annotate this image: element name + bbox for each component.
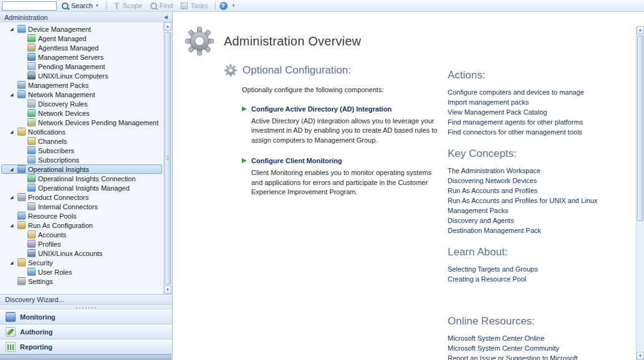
pane-splitter[interactable] [0, 305, 171, 310]
tree-expander-icon[interactable] [10, 27, 17, 32]
section-link[interactable]: Destination Management Pack [448, 225, 632, 235]
toolbar-separator [215, 2, 216, 10]
tree-item[interactable]: Subscribers [0, 146, 163, 155]
tree-item-label: Agent Managed [38, 35, 87, 42]
tree-expander-icon[interactable] [10, 130, 17, 135]
optional-config-link[interactable]: Configure Client Monitoring [251, 157, 342, 164]
toolbar-search-input[interactable] [2, 1, 57, 11]
section-link[interactable]: The Administration Workspace [448, 166, 632, 176]
green-arrow-icon [242, 158, 247, 163]
tree-item[interactable]: Agentless Managed [0, 43, 163, 52]
optional-configuration-section: Optional Configuration: Optionally confi… [224, 64, 440, 197]
tasks-button[interactable]: Tasks [178, 1, 211, 10]
tree-item[interactable]: UNIX/Linux Accounts [0, 249, 163, 258]
tree-expander-icon[interactable] [10, 260, 17, 265]
tree-expander-icon[interactable] [10, 92, 17, 97]
tree-expander-icon[interactable] [10, 195, 17, 200]
collapse-pane-icon[interactable] [164, 14, 168, 20]
section-link[interactable]: Microsoft System Center Community [448, 343, 632, 353]
tree-item[interactable]: Management Packs [0, 80, 163, 90]
tree-item[interactable]: User Roles [0, 267, 163, 277]
tree-item[interactable]: Operational Insights [1, 164, 162, 174]
scope-button[interactable]: Scope [110, 1, 145, 10]
tree-item[interactable]: Operational Insights Managed [0, 183, 163, 192]
section-link[interactable]: Report an Issue or Suggestion to Microso… [448, 353, 632, 360]
optional-config-gear-icon [224, 64, 237, 77]
tree-item[interactable]: Pending Management [0, 62, 163, 71]
tree-expander-icon[interactable] [10, 167, 17, 172]
tree-item[interactable]: Settings [0, 277, 163, 286]
section-link[interactable]: Discovering Network Devices [448, 176, 632, 186]
discovery-wizard-button[interactable]: Discovery Wizard... [0, 294, 171, 305]
tree-item[interactable]: Network Management [0, 90, 163, 99]
section-link[interactable]: Import management packs [448, 97, 632, 107]
scroll-down-button[interactable] [164, 286, 171, 294]
tree-item[interactable]: Network Devices Pending Management [0, 118, 163, 127]
section-link[interactable]: Find management agents for other platfor… [448, 117, 632, 127]
section-link[interactable]: View Management Pack Catalog [448, 107, 632, 117]
scroll-thumb[interactable] [637, 36, 643, 221]
tree-item[interactable]: Security [0, 258, 163, 267]
section-link[interactable]: Find connectors for other management too… [448, 127, 632, 137]
optional-config-link[interactable]: Configure Active Directory (AD) Integrat… [251, 105, 392, 113]
sidebar-title: Administration [4, 14, 48, 21]
monitoring-workspace-button[interactable]: Monitoring [0, 310, 171, 324]
top-toolbar: Search ▼ Scope Find Tasks ▼ [0, 0, 644, 12]
tree-item[interactable]: Subscriptions [0, 155, 163, 164]
tree-item[interactable]: Network Devices [0, 108, 163, 118]
tree-item[interactable]: Profiles [0, 239, 163, 249]
section-heading: Learn About: [448, 246, 632, 258]
authoring-workspace-button[interactable]: Authoring [0, 324, 171, 339]
tree-item[interactable]: Run As Configuration [0, 220, 163, 230]
scroll-thumb[interactable] [165, 32, 171, 285]
scroll-up-button[interactable] [164, 22, 171, 31]
link-section: Key Concepts: The Administration Workspa… [448, 148, 632, 235]
section-link[interactable]: Run As Accounts and Profiles [448, 186, 632, 196]
tree-item[interactable]: Agent Managed [0, 34, 163, 43]
section-link[interactable]: Microsoft System Center Online [448, 333, 632, 343]
search-button[interactable]: Search ▼ [59, 1, 102, 10]
admin-tree: Device Management Agent Managed Agentles… [0, 24, 163, 294]
tree-item-label: Network Management [28, 91, 95, 98]
toolbar-overflow-caret-icon[interactable]: ▼ [232, 4, 236, 7]
tree-item[interactable]: Management Servers [0, 52, 163, 62]
section-link[interactable]: Run As Accounts and Profiles for UNIX an… [448, 196, 632, 206]
tree-item[interactable]: UNIX/Linux Computers [0, 71, 163, 80]
workspace-overflow-strip[interactable] [0, 354, 171, 360]
find-button[interactable]: Find [147, 1, 176, 10]
tree-item[interactable]: Accounts [0, 230, 163, 239]
tree-item[interactable]: Product Connectors [0, 192, 163, 202]
section-link[interactable]: Selecting Targets and Groups [448, 264, 632, 274]
scroll-up-button[interactable] [637, 26, 644, 34]
tree-item-label: Agentless Managed [38, 44, 99, 52]
scroll-down-button[interactable] [637, 352, 644, 360]
section-link[interactable]: Creating a Resource Pool [448, 274, 632, 284]
main-scrollbar[interactable] [636, 26, 644, 360]
tree-item[interactable]: Resource Pools [0, 211, 163, 220]
tasks-icon [181, 2, 188, 9]
tree-item[interactable]: Internal Connectors [0, 202, 163, 211]
tree-scrollbar[interactable] [163, 22, 171, 294]
tree-item-icon [27, 100, 36, 108]
reporting-workspace-button[interactable]: Reporting [0, 339, 171, 354]
tree-item-label: Management Packs [28, 82, 89, 89]
tree-expander-icon[interactable] [10, 223, 17, 228]
search-dropdown-caret-icon[interactable]: ▼ [95, 4, 99, 7]
scroll-track[interactable] [164, 31, 171, 286]
tree-item[interactable]: Device Management [0, 24, 163, 34]
scroll-track[interactable] [637, 34, 644, 352]
tree-item[interactable]: Channels [0, 136, 163, 146]
section-heading: Key Concepts: [448, 148, 632, 160]
tree-item-icon [27, 72, 36, 80]
section-link[interactable]: Discovery and Agents [448, 216, 632, 225]
page-header: Administration Overview [185, 27, 361, 55]
tree-item-icon [27, 156, 36, 164]
tree-item[interactable]: Notifications [0, 127, 163, 136]
tree-item[interactable]: Operational Insights Connection [0, 174, 163, 183]
help-icon[interactable] [219, 2, 228, 10]
optional-config-item-title-row: Configure Client Monitoring [242, 157, 440, 164]
tree-item-icon [27, 249, 36, 257]
section-link[interactable]: Configure computers and devices to manag… [448, 87, 632, 97]
section-link[interactable]: Management Packs [448, 206, 632, 216]
tree-item[interactable]: Discovery Rules [0, 99, 163, 108]
